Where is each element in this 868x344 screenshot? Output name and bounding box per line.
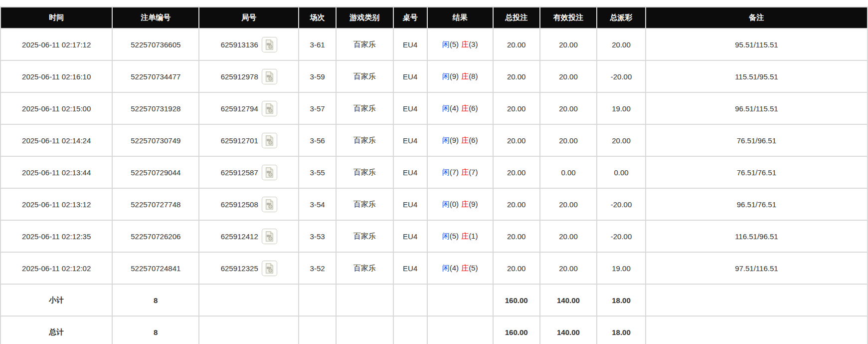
cell-valid-bet: 20.00 [540,124,597,156]
video-replay-icon [264,263,275,274]
result-banker-score: (3) [469,40,478,48]
result-banker-score: (8) [469,72,478,80]
subtotal-total-bet: 160.00 [493,284,540,316]
total-row: 总计 8 160.00 140.00 18.00 [0,316,868,344]
result-player-label: 闲 [442,168,450,176]
cell-valid-bet: 20.00 [540,220,597,252]
video-replay-button[interactable] [262,69,277,84]
cell-game-type: 百家乐 [336,60,393,92]
table-row: 2025-06-11 02:13:44 522570729044 6259125… [0,156,868,188]
col-header-valid-bet: 有效投注 [540,7,597,28]
cell-session: 3-52 [299,252,336,284]
cell-valid-bet: 0.00 [540,156,597,188]
col-header-table-number: 桌号 [393,7,427,28]
round-number: 625912701 [221,136,258,145]
cell-table-number: EU4 [393,92,427,124]
video-replay-button[interactable] [262,165,277,180]
subtotal-empty-result [427,284,493,316]
total-total-payout: 18.00 [597,316,645,344]
table-row: 2025-06-11 02:12:35 522570726206 6259124… [0,220,868,252]
cell-game-type: 百家乐 [336,28,393,60]
total-count: 8 [112,316,199,344]
total-empty-session [299,316,336,344]
cell-table-number: EU4 [393,188,427,220]
cell-remark: 76.51/76.51 [646,156,868,188]
result-banker-label: 庄 [461,168,469,176]
video-replay-button[interactable] [262,133,277,148]
table-row: 2025-06-11 02:14:24 522570730749 6259127… [0,124,868,156]
cell-valid-bet: 20.00 [540,28,597,60]
cell-bet-number: 522570727748 [112,188,199,220]
bet-records-page: 时间 注单编号 局号 场次 游戏类别 桌号 结果 总投注 有效投注 总派彩 备注… [0,0,868,344]
cell-total-payout: 19.00 [597,252,645,284]
cell-bet-number: 522570730749 [112,124,199,156]
video-replay-button[interactable] [262,37,277,52]
cell-total-payout: -20.00 [597,60,645,92]
result-banker-label: 庄 [461,264,469,272]
result-player-label: 闲 [442,136,450,144]
cell-remark: 76.51/96.51 [646,124,868,156]
table-row: 2025-06-11 02:15:00 522570731928 6259127… [0,92,868,124]
cell-round-number: 625912587 [199,156,299,188]
total-empty-result [427,316,493,344]
cell-round-number: 625912508 [199,188,299,220]
subtotal-empty-game [336,284,393,316]
result-player-score: (5) [450,40,459,48]
cell-result: 闲(9)庄(6) [427,124,493,156]
result-player-score: (4) [450,264,459,272]
cell-game-type: 百家乐 [336,252,393,284]
col-header-time: 时间 [0,7,112,28]
cell-total-payout: 20.00 [597,124,645,156]
round-number: 625912587 [221,168,258,177]
cell-result: 闲(4)庄(6) [427,92,493,124]
subtotal-label: 小计 [0,284,112,316]
cell-result: 闲(4)庄(5) [427,252,493,284]
cell-total-bet: 20.00 [493,60,540,92]
subtotal-empty-table [393,284,427,316]
cell-game-type: 百家乐 [336,124,393,156]
header-row: 时间 注单编号 局号 场次 游戏类别 桌号 结果 总投注 有效投注 总派彩 备注 [0,7,868,28]
video-replay-icon [264,39,275,50]
video-replay-button[interactable] [262,261,277,276]
round-number: 625913136 [221,40,258,49]
col-header-result: 结果 [427,7,493,28]
cell-table-number: EU4 [393,28,427,60]
subtotal-empty-remark [646,284,868,316]
video-replay-button[interactable] [262,229,277,244]
cell-session: 3-56 [299,124,336,156]
cell-round-number: 625912978 [199,60,299,92]
result-banker-label: 庄 [461,200,469,208]
cell-time: 2025-06-11 02:13:44 [0,156,112,188]
cell-round-number: 625913136 [199,28,299,60]
result-banker-score: (1) [469,232,478,240]
result-player-label: 闲 [442,72,450,80]
round-number: 625912325 [221,264,258,273]
cell-total-payout: 20.00 [597,28,645,60]
cell-remark: 97.51/116.51 [646,252,868,284]
result-player-score: (7) [450,168,459,176]
col-header-bet-number: 注单编号 [112,7,199,28]
result-player-label: 闲 [442,200,450,208]
result-banker-score: (6) [469,136,478,144]
subtotal-total-payout: 18.00 [597,284,645,316]
cell-session: 3-57 [299,92,336,124]
cell-bet-number: 522570726206 [112,220,199,252]
cell-time: 2025-06-11 02:16:10 [0,60,112,92]
result-banker-label: 庄 [461,232,469,240]
result-player-score: (9) [450,72,459,80]
cell-valid-bet: 20.00 [540,60,597,92]
cell-remark: 116.51/96.51 [646,220,868,252]
bet-records-table: 时间 注单编号 局号 场次 游戏类别 桌号 结果 总投注 有效投注 总派彩 备注… [0,6,868,344]
subtotal-count: 8 [112,284,199,316]
cell-result: 闲(5)庄(3) [427,28,493,60]
cell-total-bet: 20.00 [493,124,540,156]
result-banker-score: (7) [469,168,478,176]
cell-result: 闲(0)庄(9) [427,188,493,220]
video-replay-button[interactable] [262,197,277,212]
video-replay-icon [264,103,275,114]
cell-table-number: EU4 [393,156,427,188]
cell-round-number: 625912412 [199,220,299,252]
round-number: 625912978 [221,72,258,81]
video-replay-button[interactable] [262,101,277,116]
cell-valid-bet: 20.00 [540,92,597,124]
